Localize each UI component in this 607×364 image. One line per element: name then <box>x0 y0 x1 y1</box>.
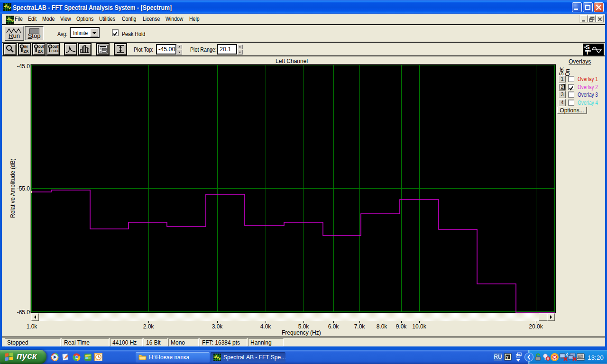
svg-text:2X: 2X <box>24 49 29 54</box>
svg-text:T: T <box>586 49 589 55</box>
svg-text:OUT: OUT <box>53 45 59 48</box>
svg-text:2X: 2X <box>38 49 43 54</box>
svg-text:FULL: FULL <box>52 49 59 53</box>
svg-text:IN: IN <box>24 45 28 48</box>
svg-text:?: ? <box>506 355 509 360</box>
svg-text:OUT: OUT <box>38 45 45 48</box>
